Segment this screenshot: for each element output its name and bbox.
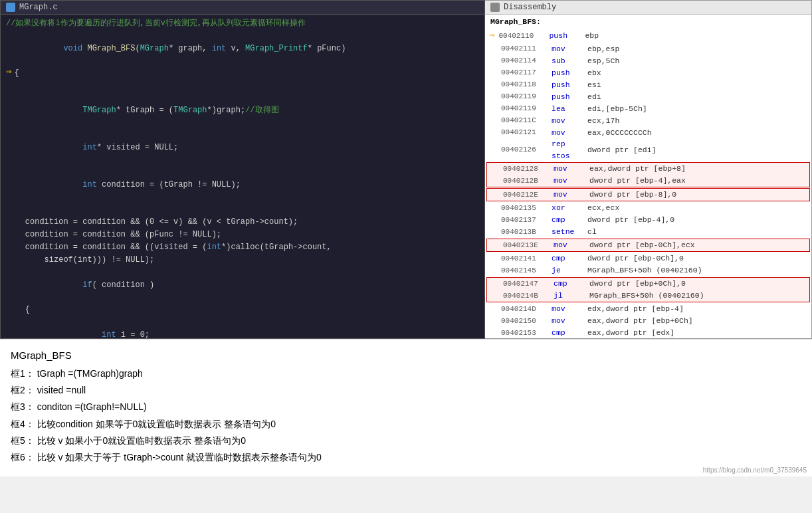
disasm-section-label: MGraph_BFS: xyxy=(485,15,811,29)
disasm-row: 00402119 push edi xyxy=(485,90,811,102)
bottom-item-2: 框2： visited =null xyxy=(11,382,801,399)
code-line-arrow: ⇒ { xyxy=(1,67,484,80)
code-line: condition = condition && (pFunc != NULL)… xyxy=(1,229,484,241)
code-line: //如果没有将i作为要遍历的行进队列,当前v行检测完,再从队列取元素循环同样操作 xyxy=(1,17,484,30)
bottom-item-1: 框1： tGraph =(TMGraph)graph xyxy=(11,365,801,382)
code-panel-title: MGraph.c xyxy=(19,3,58,12)
disasm-icon xyxy=(490,3,500,12)
code-line: int* visited = NULL; xyxy=(1,130,484,167)
code-panel-titlebar: MGraph.c xyxy=(1,1,484,15)
disasm-row-highlight: 0040214B jl MGraph_BFS+50h (00402160) xyxy=(487,290,809,302)
code-line: int condition = (tGraph != NULL); xyxy=(1,166,484,203)
disasm-row: 00402135 xor ecx,ecx xyxy=(485,202,811,214)
code-line: condition = condition && ((visited = (in… xyxy=(1,241,484,254)
code-line: condition = condition && (0 <= v) && (v … xyxy=(1,216,484,229)
bottom-item-5: 框5： 比较 v 如果小于0就设置临时数据表示 整条语句为0 xyxy=(11,433,801,449)
file-icon xyxy=(6,3,15,12)
bottom-item-6: 框6： 比较 v 如果大于等于 tGraph->count 就设置临时数据表示整… xyxy=(11,449,801,466)
code-line: TMGraph* tGraph = (TMGraph*)graph;//取得图 xyxy=(1,92,484,130)
code-line: if( condition ) xyxy=(1,266,484,304)
disasm-row-highlight: 00402147 cmp dword ptr [ebp+0Ch],0 xyxy=(487,278,809,290)
disasm-row-highlight: 0040212E mov dword ptr [ebp-8],0 xyxy=(487,189,809,201)
code-line: int i = 0; xyxy=(1,316,484,338)
disasm-row: 00402145 je MGraph_BFS+50h (00402160) xyxy=(485,264,811,276)
disasm-row: 0040213B setne cl xyxy=(485,226,811,238)
watermark: https://blog.csdn.net/m0_37539645 xyxy=(703,466,807,474)
disasm-row: 00402119 lea edi,[ebp-5Ch] xyxy=(485,102,811,114)
disasm-row: 00402114 sub esp,5Ch xyxy=(485,54,811,66)
panels-row: MGraph.c //如果没有将i作为要遍历的行进队列,当前v行检测完,再从队列… xyxy=(0,0,812,339)
main-container: MGraph.c //如果没有将i作为要遍历的行进队列,当前v行检测完,再从队列… xyxy=(0,0,812,476)
code-line xyxy=(1,203,484,216)
disasm-row: 00402150 mov eax,dword ptr [ebp+0Ch] xyxy=(485,315,811,327)
disasm-content[interactable]: MGraph_BFS: ⇒ 00402110 push ebp 00402111… xyxy=(485,15,811,338)
bottom-text: MGraph_BFS 框1： tGraph =(TMGraph)graph 框2… xyxy=(0,339,812,476)
bottom-wrapper: MGraph_BFS 框1： tGraph =(TMGraph)graph 框2… xyxy=(0,339,812,476)
disasm-row: 00402126 rep stos dword ptr [edi] xyxy=(485,138,811,161)
code-line: sizeof(int))) != NULL); xyxy=(1,254,484,266)
disasm-row: 00402118 push esi xyxy=(485,78,811,90)
disasm-row-highlight: 0040212B mov dword ptr [ebp-4],eax xyxy=(487,175,809,187)
disasm-titlebar: Disassembly xyxy=(485,1,811,15)
disasm-row-highlight: 0040213E mov dword ptr [ebp-0Ch],ecx xyxy=(487,239,809,251)
disasm-title: Disassembly xyxy=(504,3,556,12)
disasm-row: 00402137 cmp dword ptr [ebp-4],0 xyxy=(485,214,811,226)
disasm-row: 00402111 mov ebp,esp xyxy=(485,43,811,54)
code-panel: MGraph.c //如果没有将i作为要遍历的行进队列,当前v行检测完,再从队列… xyxy=(0,0,485,339)
disasm-row: 00402121 mov eax,0CCCCCCCCh xyxy=(485,126,811,138)
disasm-row: 0040214D mov edx,dword ptr [ebp-4] xyxy=(485,303,811,315)
current-arrow-icon: ⇒ xyxy=(489,29,494,43)
disasm-row: 00402153 cmp eax,dword ptr [edx] xyxy=(485,327,811,338)
bottom-item-4: 框4： 比较condition 如果等于0就设置临时数据表示 整条语句为0 xyxy=(11,416,801,433)
code-line xyxy=(1,80,484,92)
arrow-indicator: ⇒ xyxy=(6,67,11,76)
disasm-row: 00402141 cmp dword ptr [ebp-0Ch],0 xyxy=(485,253,811,264)
code-line: { xyxy=(1,304,484,316)
disasm-row-highlight: 00402128 mov eax,dword ptr [ebp+8] xyxy=(487,163,809,175)
code-line: void MGraph_BFS(MGraph* graph, int v, MG… xyxy=(1,30,484,67)
code-content[interactable]: //如果没有将i作为要遍历的行进队列,当前v行检测完,再从队列取元素循环同样操作… xyxy=(1,15,484,338)
bottom-item-3: 框3： conditon =(tGraph!=NULL) xyxy=(11,399,801,415)
disasm-row: ⇒ 00402110 push ebp xyxy=(485,29,811,43)
disasm-row: 0040211C mov ecx,17h xyxy=(485,114,811,126)
bottom-title: MGraph_BFS xyxy=(11,346,801,364)
disasm-panel: Disassembly MGraph_BFS: ⇒ 00402110 push … xyxy=(485,0,812,339)
disasm-row: 00402117 push ebx xyxy=(485,66,811,78)
